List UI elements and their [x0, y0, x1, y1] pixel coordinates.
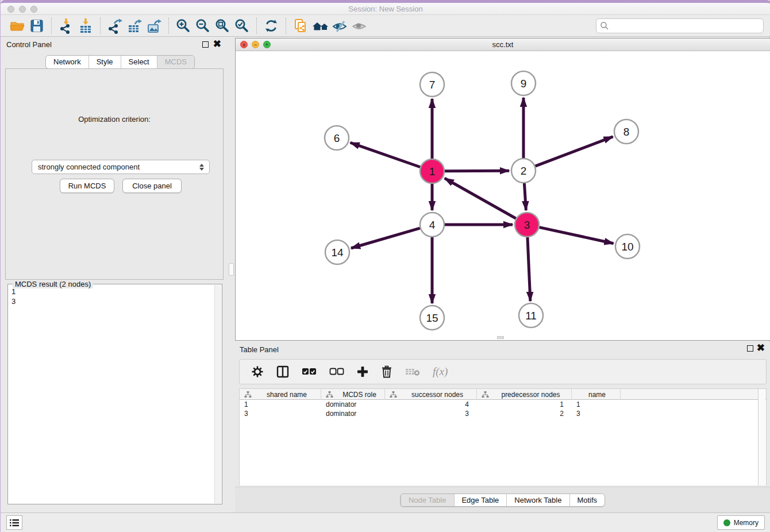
show-all-button[interactable]: [349, 17, 369, 35]
tab-motifs[interactable]: Motifs: [569, 494, 605, 506]
home-button[interactable]: [310, 17, 330, 35]
table-cell[interactable]: 4: [385, 400, 477, 409]
mcds-result-line: 1: [11, 287, 213, 296]
select-all-button[interactable]: [302, 363, 317, 380]
column-header-MCDS-role[interactable]: MCDS role: [321, 389, 385, 400]
graph-edge-2-8[interactable]: [536, 137, 613, 166]
table-cell[interactable]: 1: [240, 400, 321, 409]
table-cell[interactable]: 3: [385, 409, 477, 418]
export-image-button[interactable]: [144, 17, 164, 35]
clone-network-button[interactable]: [291, 17, 310, 35]
splitter-handle[interactable]: [229, 263, 234, 276]
add-row-button[interactable]: [357, 363, 368, 380]
tab-network-table[interactable]: Network Table: [506, 494, 569, 506]
hide-selected-button[interactable]: [330, 17, 349, 35]
delete-table-button[interactable]: [405, 363, 420, 380]
column-header-successor-nodes[interactable]: successor nodes: [385, 389, 477, 400]
graph-node-label-15: 15: [426, 312, 438, 324]
run-mcds-button[interactable]: Run MCDS: [60, 179, 114, 193]
attribute-tree-icon: [326, 391, 333, 398]
float-panel-icon[interactable]: [202, 41, 209, 48]
zoom-in-button[interactable]: [174, 17, 193, 35]
float-panel-icon[interactable]: [747, 345, 753, 352]
export-network-icon: [107, 18, 123, 34]
refresh-layout-button[interactable]: [261, 17, 281, 35]
refresh-icon: [263, 18, 279, 34]
table-cell[interactable]: 2: [477, 409, 572, 418]
main-toolbar: [1, 15, 770, 37]
zoom-fit-button[interactable]: [213, 17, 232, 35]
close-panel-icon[interactable]: ✖: [757, 342, 765, 354]
graph-edge-3-11[interactable]: [528, 237, 530, 301]
table-header-row: shared nameMCDS rolesuccessor nodesprede…: [240, 389, 766, 400]
save-session-button[interactable]: [27, 17, 47, 35]
import-table-button[interactable]: [76, 17, 95, 35]
table-delete-icon: [405, 367, 420, 376]
graph-edge-2-3[interactable]: [524, 183, 526, 210]
search-input[interactable]: [596, 18, 764, 33]
column-header-label: shared name: [255, 391, 318, 399]
table-cell[interactable]: 1: [572, 400, 621, 409]
mcds-tab-content: Optimization criterion: strongly connect…: [5, 68, 224, 280]
memory-button[interactable]: Memory: [717, 515, 765, 530]
column-panel-icon: [276, 365, 289, 378]
tab-style[interactable]: Style: [88, 56, 121, 68]
table-panel-title: Table Panel: [240, 345, 279, 354]
open-session-button[interactable]: [7, 17, 27, 35]
graph-edge-1-2[interactable]: [445, 171, 509, 171]
tab-node-table[interactable]: Node Table: [401, 494, 454, 506]
table-row[interactable]: 3dominator323: [240, 409, 766, 418]
panel-splitter[interactable]: [228, 37, 235, 512]
deselect-all-button[interactable]: [329, 363, 344, 380]
network-resize-handle[interactable]: [497, 336, 504, 339]
mcds-result-scrollbar[interactable]: [214, 285, 221, 503]
table-toolbar: f(x): [239, 359, 767, 384]
table-cell[interactable]: 3: [572, 409, 621, 418]
column-header-shared-name[interactable]: shared name: [240, 389, 321, 400]
column-header-name[interactable]: name: [572, 389, 621, 400]
title-bar: Session: New Session: [1, 0, 770, 15]
graph-node-label-14: 14: [331, 246, 344, 259]
table-settings-button[interactable]: [251, 363, 264, 380]
tab-select[interactable]: Select: [121, 56, 157, 68]
table-cell[interactable]: 1: [477, 400, 572, 409]
task-history-button[interactable]: [6, 515, 22, 530]
table-cell[interactable]: dominator: [321, 409, 385, 418]
close-panel-button[interactable]: Close panel: [122, 179, 182, 193]
tab-mcds[interactable]: MCDS: [157, 56, 194, 68]
node-table: shared nameMCDS rolesuccessor nodesprede…: [239, 388, 767, 485]
table-scrollbar[interactable]: [758, 389, 765, 485]
graph-edge-1-6[interactable]: [351, 142, 421, 167]
export-network-button[interactable]: [105, 17, 125, 35]
table-cell[interactable]: dominator: [321, 400, 385, 409]
toolbar-separator: [286, 18, 286, 34]
graph-node-label-7: 7: [429, 79, 436, 91]
table-cell[interactable]: 3: [240, 409, 321, 418]
show-column-button[interactable]: [276, 363, 289, 380]
import-network-button[interactable]: [56, 17, 76, 35]
tab-network[interactable]: Network: [46, 56, 88, 68]
zoom-out-button[interactable]: [193, 17, 213, 35]
optimization-criterion-select[interactable]: strongly connected component: [32, 160, 210, 174]
export-table-icon: [126, 18, 143, 34]
toolbar-separator: [168, 18, 169, 34]
close-panel-icon[interactable]: ✖: [213, 38, 221, 51]
graph-node-label-10: 10: [621, 241, 633, 253]
eye-slash-icon: [332, 18, 348, 34]
delete-row-button[interactable]: [381, 363, 392, 380]
column-header-predecessor-nodes[interactable]: predecessor nodes: [477, 389, 572, 400]
table-row[interactable]: 1dominator411: [240, 400, 766, 409]
zoom-selected-button[interactable]: [232, 17, 252, 35]
tab-edge-table[interactable]: Edge Table: [453, 494, 506, 506]
function-builder-button[interactable]: f(x): [433, 363, 448, 380]
mcds-result-box: MCDS result (2 nodes) 13: [7, 284, 222, 504]
export-table-button[interactable]: [125, 17, 144, 35]
window-title: Session: New Session: [1, 5, 770, 13]
network-canvas[interactable]: 7968124314101511: [236, 51, 770, 340]
column-header-label: predecessor nodes: [492, 391, 569, 399]
graph-edge-4-14[interactable]: [351, 228, 420, 248]
memory-label: Memory: [734, 519, 759, 527]
graph-edge-3-1[interactable]: [445, 178, 516, 218]
dropdown-stepper-icon: [198, 162, 206, 172]
graph-edge-3-10[interactable]: [539, 228, 613, 244]
